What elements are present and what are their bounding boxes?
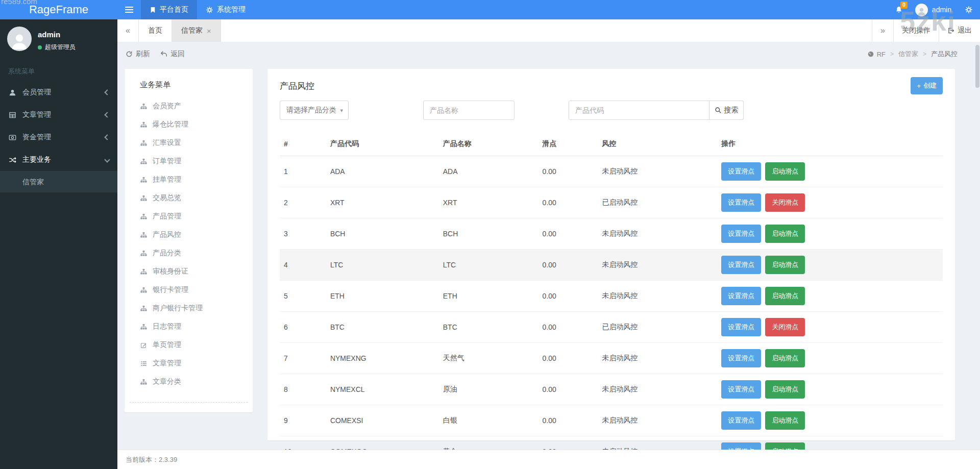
business-menu-item[interactable]: 银行卡管理 — [125, 281, 253, 299]
sidebar-subitem-xinguanjia[interactable]: 信管家 — [0, 171, 117, 192]
column-header-index: # — [280, 132, 326, 156]
sidebar-item-members[interactable]: 会员管理 — [0, 81, 117, 104]
cell-actions: 设置滑点启动滑点 — [717, 281, 943, 312]
close-icon[interactable]: × — [207, 27, 211, 35]
product-code-group: 搜索 — [569, 101, 744, 120]
business-menu-item-label: 产品分类 — [153, 249, 181, 258]
set-slip-button[interactable]: 设置滑点 — [721, 380, 761, 399]
breadcrumb-current: 产品风控 — [931, 50, 958, 59]
search-button[interactable]: 搜索 — [709, 101, 744, 120]
start-slip-button[interactable]: 启动滑点 — [765, 225, 805, 243]
sidebar-toggle-button[interactable] — [117, 0, 141, 19]
cell-code: LTC — [326, 250, 439, 281]
cell-code: NYMEXCL — [326, 374, 439, 405]
search-icon — [715, 107, 722, 114]
refresh-button[interactable]: 刷新 — [126, 50, 150, 59]
create-button[interactable]: + 创建 — [911, 77, 943, 94]
business-menu-item[interactable]: 日志管理 — [125, 317, 253, 336]
set-slip-button[interactable]: 设置滑点 — [721, 287, 761, 305]
sign-out-icon — [947, 27, 954, 34]
back-button[interactable]: 返回 — [160, 50, 185, 59]
cell-code: COMEXSI — [326, 405, 439, 436]
cell-actions: 设置滑点启动滑点 — [717, 218, 943, 250]
user-menu-button[interactable]: admin — [909, 0, 958, 19]
brand-logo[interactable]: RageFrame — [0, 0, 117, 19]
sidebar-item-main-business[interactable]: 主要业务 — [0, 149, 117, 171]
product-name-input[interactable] — [423, 101, 514, 120]
business-menu-item[interactable]: 交易总览 — [125, 189, 253, 207]
sidebar-item-funds[interactable]: 资金管理 — [0, 126, 117, 149]
tabs-scroll-left-button[interactable]: « — [117, 19, 139, 42]
set-slip-button[interactable]: 设置滑点 — [721, 225, 761, 243]
chevron-left-icon — [105, 90, 109, 94]
tabbar-right-group: » 关闭操作 退出 — [872, 19, 980, 42]
set-slip-button[interactable]: 设置滑点 — [721, 349, 761, 367]
close-operations-button[interactable]: 关闭操作 — [893, 19, 939, 42]
business-menu-item[interactable]: 商户银行卡管理 — [125, 299, 253, 317]
business-menu-item[interactable]: 单页管理 — [125, 336, 253, 354]
business-menu-item[interactable]: 文章管理 — [125, 354, 253, 373]
set-slip-button[interactable]: 设置滑点 — [721, 162, 761, 181]
business-menu-item-label: 文章管理 — [153, 359, 181, 368]
business-menu-item[interactable]: 爆仓比管理 — [125, 115, 253, 134]
start-slip-button[interactable]: 启动滑点 — [765, 411, 805, 430]
settings-button[interactable] — [958, 0, 980, 19]
nav-item-label: 系统管理 — [217, 5, 246, 14]
nav-item-platform-home[interactable]: 平台首页 — [141, 0, 197, 19]
start-slip-button[interactable]: 启动滑点 — [765, 287, 805, 305]
cell-actions: 设置滑点启动滑点 — [717, 343, 943, 374]
business-menu-item[interactable]: 挂单管理 — [125, 170, 253, 189]
breadcrumb-home[interactable]: RF — [867, 51, 886, 58]
scrollbar-thumb[interactable] — [975, 45, 979, 88]
column-header-code: 产品代码 — [326, 132, 439, 156]
set-slip-button[interactable]: 设置滑点 — [721, 256, 761, 274]
stop-slip-button[interactable]: 关闭滑点 — [765, 193, 805, 212]
set-slip-button[interactable]: 设置滑点 — [721, 193, 761, 212]
start-slip-button[interactable]: 启动滑点 — [765, 256, 805, 274]
sitemap-icon — [140, 140, 147, 146]
column-header-actions: 操作 — [717, 132, 943, 156]
set-slip-button[interactable]: 设置滑点 — [721, 411, 761, 430]
start-slip-button[interactable]: 启动滑点 — [765, 162, 805, 181]
business-menu-item[interactable]: 文章分类 — [125, 373, 253, 391]
business-menu-item[interactable]: 审核身份证 — [125, 262, 253, 281]
sitemap-icon — [140, 195, 147, 202]
business-menu-item[interactable]: 订单管理 — [125, 152, 253, 170]
set-slip-button[interactable]: 设置滑点 — [721, 318, 761, 336]
cell-name: 天然气 — [439, 343, 538, 374]
cell-slip: 0.00 — [538, 250, 598, 281]
business-menu-item[interactable]: 汇率设置 — [125, 134, 253, 152]
cell-name: XRT — [439, 187, 538, 218]
refresh-icon — [126, 51, 133, 58]
business-menu-item[interactable]: 产品分类 — [125, 244, 253, 262]
nav-item-system-manage[interactable]: 系统管理 — [197, 0, 254, 19]
notifications-button[interactable]: 0 — [889, 0, 909, 19]
product-category-select[interactable]: 请选择产品分类 ▾ — [280, 101, 349, 120]
breadcrumb-item[interactable]: 信管家 — [898, 50, 918, 59]
tab-xinguanjia[interactable]: 信管家 × — [172, 19, 221, 42]
column-header-name: 产品名称 — [439, 132, 538, 156]
product-code-input[interactable] — [569, 101, 709, 120]
business-menu-item[interactable]: 产品管理 — [125, 207, 253, 226]
sidebar-item-articles[interactable]: 文章管理 — [0, 104, 117, 126]
divider — [130, 402, 248, 403]
business-menu-title: 业务菜单 — [125, 69, 253, 97]
stop-slip-button[interactable]: 关闭滑点 — [765, 318, 805, 336]
cell-risk-status: 未启动风控 — [598, 405, 718, 436]
business-menu-item-label: 商户银行卡管理 — [153, 304, 203, 313]
business-menu-item[interactable]: 产品风控 — [125, 226, 253, 244]
vertical-scrollbar[interactable] — [975, 43, 979, 468]
start-slip-button[interactable]: 启动滑点 — [765, 349, 805, 367]
cell-slip: 0.00 — [538, 218, 598, 250]
logout-button[interactable]: 退出 — [939, 19, 980, 42]
gears-icon — [206, 6, 213, 14]
start-slip-button[interactable]: 启动滑点 — [765, 380, 805, 399]
business-menu-item[interactable]: 会员资产 — [125, 97, 253, 115]
cell-slip: 0.00 — [538, 281, 598, 312]
tab-home[interactable]: 首页 — [139, 19, 172, 42]
table-row: 7NYMEXNG天然气0.00未启动风控设置滑点启动滑点 — [280, 343, 943, 374]
avatar — [7, 27, 32, 51]
cell-index: 4 — [280, 250, 326, 281]
business-menu-item-label: 文章分类 — [153, 377, 181, 386]
tabs-scroll-right-button[interactable]: » — [872, 19, 893, 42]
